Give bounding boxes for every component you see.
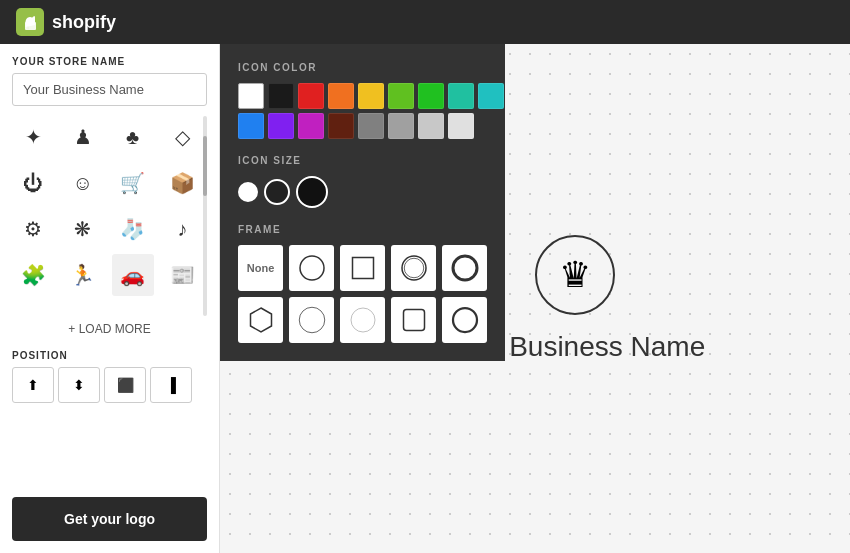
icon-cell-11[interactable]: ♪ xyxy=(161,208,203,250)
color-swatch-2[interactable] xyxy=(298,83,324,109)
left-panel: YOUR STORE NAME ✦♟♣◇⏻☺🛒📦⚙❋🧦♪🧩🏃🚗📰 + LOAD … xyxy=(0,44,220,553)
icon-cell-2[interactable]: ♣ xyxy=(112,116,154,158)
color-grid xyxy=(238,83,487,139)
topbar: shopify xyxy=(0,0,850,44)
icon-cell-0[interactable]: ✦ xyxy=(12,116,54,158)
position-label: POSITION xyxy=(12,350,207,361)
svg-point-5 xyxy=(404,258,424,278)
size-medium[interactable] xyxy=(264,179,290,205)
frame-option-5[interactable] xyxy=(238,297,283,343)
size-small[interactable] xyxy=(238,182,258,202)
frame-option-8[interactable] xyxy=(391,297,436,343)
position-right[interactable]: ▐ xyxy=(150,367,192,403)
position-center-v[interactable]: ⬍ xyxy=(58,367,100,403)
frame-option-0[interactable]: None xyxy=(238,245,283,291)
store-name-label: YOUR STORE NAME xyxy=(12,56,207,67)
svg-point-8 xyxy=(299,307,325,333)
frame-label: FRAME xyxy=(238,224,487,235)
scrollbar[interactable] xyxy=(203,116,207,316)
color-swatch-14[interactable] xyxy=(388,113,414,139)
load-more-button[interactable]: + LOAD MORE xyxy=(12,316,207,342)
position-buttons: ⬆ ⬍ ⬛ ▐ xyxy=(12,367,207,403)
color-swatch-12[interactable] xyxy=(328,113,354,139)
svg-rect-10 xyxy=(403,310,424,331)
frame-option-2[interactable] xyxy=(340,245,385,291)
color-swatch-5[interactable] xyxy=(388,83,414,109)
color-swatch-0[interactable] xyxy=(238,83,264,109)
icon-cell-14[interactable]: 🚗 xyxy=(112,254,154,296)
icon-cell-9[interactable]: ❋ xyxy=(62,208,104,250)
svg-point-11 xyxy=(453,308,477,332)
color-swatch-3[interactable] xyxy=(328,83,354,109)
get-logo-button[interactable]: Get your logo xyxy=(12,497,207,541)
icon-size-label: ICON SIZE xyxy=(238,155,487,166)
position-top-left[interactable]: ⬆ xyxy=(12,367,54,403)
svg-marker-7 xyxy=(250,308,271,332)
svg-rect-1 xyxy=(25,22,36,30)
svg-point-4 xyxy=(402,256,426,280)
icon-cell-6[interactable]: 🛒 xyxy=(112,162,154,204)
icon-cell-13[interactable]: 🏃 xyxy=(62,254,104,296)
right-area: ICON COLOR ICON SIZE FRAME None ♛ Your B… xyxy=(220,44,850,553)
frame-grid: None xyxy=(238,245,487,343)
frame-option-1[interactable] xyxy=(289,245,334,291)
color-swatch-6[interactable] xyxy=(418,83,444,109)
preview-icon-symbol: ♛ xyxy=(559,254,591,296)
popup-panel: ICON COLOR ICON SIZE FRAME None xyxy=(220,44,505,361)
svg-point-9 xyxy=(351,308,375,332)
frame-option-7[interactable] xyxy=(340,297,385,343)
color-swatch-16[interactable] xyxy=(448,113,474,139)
main-layout: YOUR STORE NAME ✦♟♣◇⏻☺🛒📦⚙❋🧦♪🧩🏃🚗📰 + LOAD … xyxy=(0,44,850,553)
icon-cell-8[interactable]: ⚙ xyxy=(12,208,54,250)
color-swatch-13[interactable] xyxy=(358,113,384,139)
color-swatch-7[interactable] xyxy=(448,83,474,109)
icon-cell-12[interactable]: 🧩 xyxy=(12,254,54,296)
size-large[interactable] xyxy=(296,176,328,208)
svg-point-6 xyxy=(453,256,477,280)
icon-color-label: ICON COLOR xyxy=(238,62,487,73)
icon-cell-1[interactable]: ♟ xyxy=(62,116,104,158)
scroll-thumb xyxy=(203,136,207,196)
icon-cell-10[interactable]: 🧦 xyxy=(112,208,154,250)
icon-cell-15[interactable]: 📰 xyxy=(161,254,203,296)
frame-option-6[interactable] xyxy=(289,297,334,343)
svg-rect-3 xyxy=(352,258,373,279)
store-name-input[interactable] xyxy=(12,73,207,106)
svg-point-2 xyxy=(300,256,324,280)
shopify-bag-icon xyxy=(16,8,44,36)
icon-cell-5[interactable]: ☺ xyxy=(62,162,104,204)
icon-cell-3[interactable]: ◇ xyxy=(161,116,203,158)
position-center[interactable]: ⬛ xyxy=(104,367,146,403)
color-swatch-4[interactable] xyxy=(358,83,384,109)
icon-grid: ✦♟♣◇⏻☺🛒📦⚙❋🧦♪🧩🏃🚗📰 xyxy=(12,116,207,296)
shopify-logo: shopify xyxy=(16,8,116,36)
color-swatch-1[interactable] xyxy=(268,83,294,109)
icon-cell-4[interactable]: ⏻ xyxy=(12,162,54,204)
shopify-text: shopify xyxy=(52,12,116,33)
frame-option-4[interactable] xyxy=(442,245,487,291)
color-swatch-10[interactable] xyxy=(268,113,294,139)
color-swatch-8[interactable] xyxy=(478,83,504,109)
icon-cell-7[interactable]: 📦 xyxy=(161,162,203,204)
color-swatch-15[interactable] xyxy=(418,113,444,139)
preview-icon: ♛ xyxy=(535,235,615,315)
frame-option-3[interactable] xyxy=(391,245,436,291)
size-options xyxy=(238,176,487,208)
frame-option-9[interactable] xyxy=(442,297,487,343)
color-swatch-11[interactable] xyxy=(298,113,324,139)
color-swatch-9[interactable] xyxy=(238,113,264,139)
